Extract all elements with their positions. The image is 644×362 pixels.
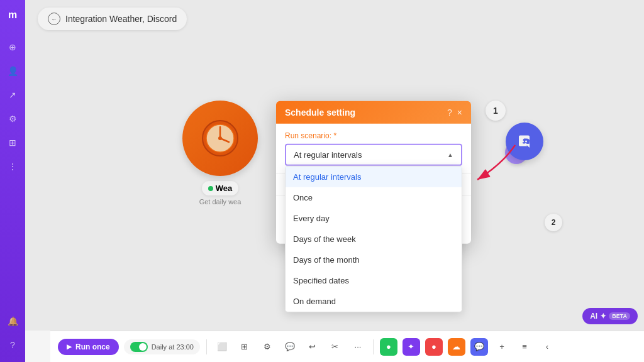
schedule-knob	[139, 343, 147, 351]
schedule-switch	[130, 342, 148, 352]
dropdown-item-days-of-week[interactable]: Days of the week	[286, 229, 462, 250]
toolbar-icon-settings[interactable]: ⚙	[258, 338, 276, 356]
dropdown-item-specified-dates[interactable]: Specified dates	[286, 270, 462, 291]
sidebar-icon-help[interactable]: ?	[3, 335, 23, 355]
toolbar-icon-grid[interactable]: ⊞	[236, 338, 253, 356]
toolbar-icon-orange[interactable]: ☁	[448, 338, 465, 356]
main-area: ← Integration Weather, Discord Wea Get d…	[25, 0, 644, 362]
toolbar-separator-1	[206, 339, 207, 354]
sidebar-icon-grid[interactable]: ⊞	[3, 133, 23, 153]
dropdown-item-on-demand[interactable]: On demand	[286, 291, 462, 312]
toolbar-icon-discord[interactable]: 💬	[470, 338, 488, 356]
sidebar-icon-share[interactable]: ↗	[3, 85, 23, 105]
dropdown-item-regular-intervals[interactable]: At regular intervals	[286, 167, 462, 187]
schedule-modal: Schedule setting ? × Run scenario: * At …	[276, 101, 471, 244]
toolbar-icon-purple[interactable]: ✦	[402, 338, 420, 356]
play-icon: ▶	[67, 343, 72, 350]
sidebar-icon-bell[interactable]: 🔔	[3, 311, 23, 331]
schedule-toggle[interactable]: Daily at 23:00	[124, 339, 200, 354]
sidebar-icon-more[interactable]: ⋮	[3, 156, 23, 177]
toolbar-icon-green[interactable]: ●	[380, 338, 397, 356]
sidebar-icon-settings[interactable]: ⚙	[3, 109, 23, 129]
modal-title: Schedule setting	[285, 107, 355, 118]
toolbar-icon-undo[interactable]: ↩	[304, 338, 321, 356]
toolbar-icon-back[interactable]: ‹	[538, 338, 556, 356]
toolbar-icon-list[interactable]: ≡	[516, 338, 533, 356]
sidebar-icon-home[interactable]: ⊕	[3, 37, 23, 57]
dropdown-item-every-day[interactable]: Every day	[286, 208, 462, 229]
modal-header: Schedule setting ? ×	[276, 101, 471, 124]
run-scenario-select[interactable]: At regular intervals ▲	[285, 144, 462, 166]
toolbar-icon-clipboard[interactable]: ⬜	[213, 338, 231, 356]
schedule-label: Daily at 23:00	[152, 343, 194, 351]
run-once-button[interactable]: ▶ Run once	[58, 339, 119, 355]
modal-header-icons: ? ×	[447, 107, 462, 118]
sidebar: m ⊕ 👤 ↗ ⚙ ⊞ ⋮ 🔔 ?	[0, 0, 25, 362]
run-scenario-select-container: At regular intervals ▲ At regular interv…	[285, 144, 462, 166]
dropdown-item-once[interactable]: Once	[286, 187, 462, 208]
toolbar-icon-red[interactable]: ●	[425, 338, 443, 356]
canvas-area: Wea Get daily wea 1 + 2 Schedule setting…	[25, 0, 644, 331]
toolbar-icon-comment[interactable]: 💬	[281, 338, 299, 356]
toolbar-icon-cut[interactable]: ✂	[326, 338, 344, 356]
required-star: *	[333, 131, 336, 140]
modal-body: Run scenario: * At regular intervals ▲ A…	[276, 124, 471, 173]
bottom-toolbar: ▶ Run once Daily at 23:00 ⬜ ⊞ ⚙ 💬 ↩ ✂ ··…	[50, 331, 644, 362]
app-logo: m	[3, 5, 23, 25]
toolbar-separator-2	[373, 339, 374, 354]
modal-help-icon[interactable]: ?	[447, 107, 452, 118]
sidebar-icon-users[interactable]: 👤	[3, 61, 23, 81]
toolbar-icon-more[interactable]: ···	[349, 338, 367, 356]
field-label: Run scenario: *	[285, 131, 462, 140]
modal-close-icon[interactable]: ×	[457, 107, 462, 118]
toolbar-icon-add[interactable]: +	[493, 338, 511, 356]
dropdown-item-days-of-month[interactable]: Days of the month	[286, 250, 462, 270]
dropdown-list: At regular intervals Once Every day Days…	[285, 166, 462, 312]
select-arrow-icon: ▲	[447, 151, 453, 158]
